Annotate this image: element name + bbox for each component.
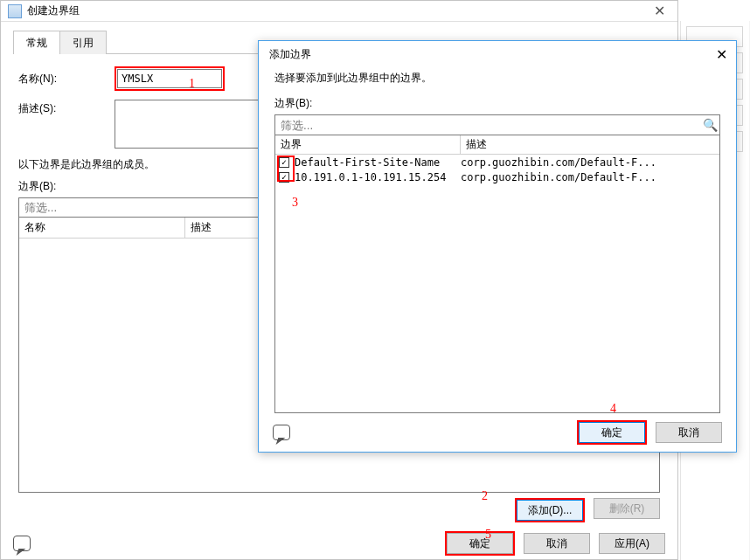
dlg-ok-button[interactable]: 确定: [579, 422, 645, 443]
dlg-filter: 🔍: [274, 114, 720, 135]
dlg-col-boundary[interactable]: 边界: [275, 135, 461, 154]
cell-name: 10.191.0.1-10.191.15.254: [295, 171, 461, 183]
dlg-col-desc[interactable]: 描述: [461, 135, 719, 154]
annotation-2: 2: [482, 489, 488, 503]
annotation-4: 4: [610, 402, 616, 416]
cell-name: Default-First-Site-Name: [295, 156, 461, 169]
cell-desc: corp.guozhibin.com/Default-F...: [461, 156, 656, 169]
dlg-list-header: 边界 描述: [275, 135, 719, 155]
comment-icon[interactable]: [13, 536, 31, 551]
dlg-list-body: ✓ Default-First-Site-Name corp.guozhibin…: [275, 155, 719, 412]
cell-desc: corp.guozhibin.com/Default-F...: [461, 171, 656, 183]
highlight-ok-dlg: 确定: [577, 420, 647, 445]
main-titlebar: 创建边界组 ✕: [1, 1, 677, 22]
label-desc: 描述(S):: [18, 100, 115, 116]
dlg-cancel-button[interactable]: 取消: [656, 422, 722, 443]
highlight-add: 添加(D)...: [515, 498, 585, 522]
dlg-instruction: 选择要添加到此边界组中的边界。: [274, 71, 720, 86]
highlight-ok-main: 确定: [445, 531, 515, 556]
highlight-checkboxes: [277, 156, 295, 182]
dlg-footer: 确定 取消: [259, 413, 736, 452]
annotation-5: 5: [485, 528, 491, 542]
tab-general[interactable]: 常规: [13, 31, 60, 54]
dlg-titlebar: 添加边界 ✕: [259, 41, 736, 67]
dlg-filter-input[interactable]: [275, 115, 700, 135]
col-name[interactable]: 名称: [19, 218, 185, 238]
label-name: 名称(N):: [18, 72, 115, 86]
comment-icon[interactable]: [273, 425, 290, 440]
main-footer: 确定 取消 应用(A): [1, 528, 677, 559]
add-button[interactable]: 添加(D)...: [517, 500, 583, 521]
list-item[interactable]: ✓ Default-First-Site-Name corp.guozhibin…: [275, 155, 719, 169]
highlight-name: [115, 66, 225, 91]
app-icon: [8, 4, 22, 18]
main-title: 创建边界组: [27, 3, 80, 18]
search-icon[interactable]: 🔍: [700, 115, 719, 135]
dlg-title-text: 添加边界: [269, 47, 311, 62]
close-icon[interactable]: ✕: [649, 3, 670, 19]
tab-refs[interactable]: 引用: [60, 31, 107, 54]
apply-button[interactable]: 应用(A): [599, 533, 665, 554]
name-input[interactable]: [117, 69, 222, 88]
add-boundary-dialog: 添加边界 ✕ 选择要添加到此边界组中的边界。 边界(B): 🔍 边界 描述 ✓ …: [258, 40, 737, 453]
dlg-close-icon[interactable]: ✕: [716, 46, 727, 63]
annotation-3: 3: [292, 196, 298, 210]
annotation-1: 1: [189, 77, 195, 91]
cancel-button[interactable]: 取消: [524, 533, 590, 554]
list-item[interactable]: ✓ 10.191.0.1-10.191.15.254 corp.guozhibi…: [275, 169, 719, 184]
dlg-label-boundary: 边界(B):: [274, 96, 720, 111]
dlg-list: 边界 描述 ✓ Default-First-Site-Name corp.guo…: [274, 135, 720, 413]
remove-button: 删除(R): [594, 498, 660, 519]
ok-button[interactable]: 确定: [447, 533, 513, 554]
